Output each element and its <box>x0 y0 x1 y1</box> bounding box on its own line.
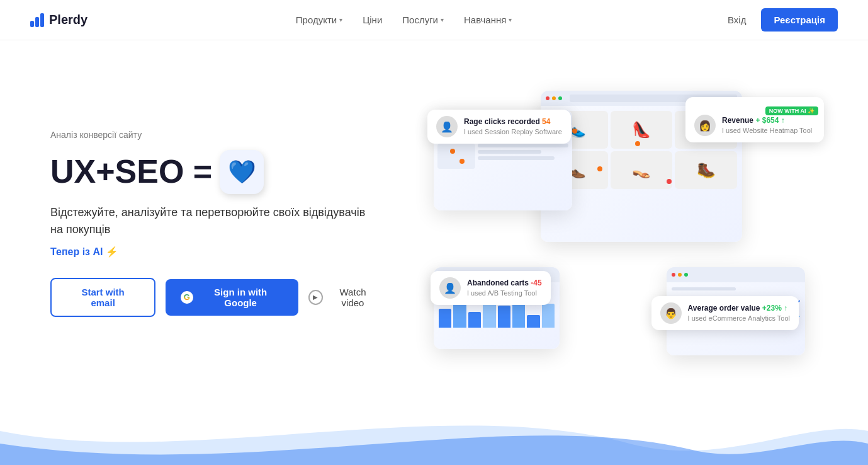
badge-abandoned-carts: 👤 Abandoned carts -45 I used A/B Testing… <box>431 271 551 305</box>
hero-buttons: Start with email G Sign in with Google ▶… <box>50 278 378 317</box>
nav-prices[interactable]: Ціни <box>363 14 382 25</box>
badge-avatar: 👨 <box>660 302 682 324</box>
start-email-button[interactable]: Start with email <box>50 278 155 317</box>
badge-avatar: 👤 <box>436 116 458 137</box>
hero-content: Аналіз конверсії сайту UX+SEO = 💙 Відсте… <box>50 130 378 317</box>
google-icon: G <box>181 291 193 304</box>
nav-actions: Вхід Реєстрація <box>720 8 838 32</box>
ai-badge: NOW WITH AI ✨ <box>765 106 818 115</box>
login-button[interactable]: Вхід <box>720 9 753 30</box>
badge-avatar: 👩 <box>694 115 716 136</box>
nav-products[interactable]: Продукти ▾ <box>296 14 342 25</box>
hero-ai-label: Тепер із AI ⚡ <box>50 246 378 258</box>
hero-description: Відстежуйте, аналізуйте та перетворюйте … <box>50 204 378 238</box>
google-signin-button[interactable]: G Sign in with Google <box>166 279 298 316</box>
nav-links: Продукти ▾ Ціни Послуги ▾ Навчання ▾ <box>296 14 512 25</box>
play-icon: ▶ <box>308 290 323 305</box>
nav-learning[interactable]: Навчання ▾ <box>464 14 512 25</box>
wave-section <box>0 393 868 465</box>
chevron-down-icon: ▾ <box>441 16 444 23</box>
hero-section: Аналіз конверсії сайту UX+SEO = 💙 Відсте… <box>0 40 868 393</box>
badge-revenue: NOW WITH AI ✨ 👩 Revenue + $654 ↑ I used … <box>685 97 824 142</box>
heart-icon: 💙 <box>220 150 264 194</box>
nav-services[interactable]: Послуги ▾ <box>402 14 444 25</box>
hero-subtitle: Аналіз конверсії сайту <box>50 130 378 140</box>
hero-screenshots: 👟 👠 🥿 👞 👡 🥾 <box>427 91 818 355</box>
watch-video-button[interactable]: ▶ Watch video <box>308 287 378 308</box>
hero-title: UX+SEO = 💙 <box>50 150 378 194</box>
logo-icon <box>30 13 44 27</box>
chevron-down-icon: ▾ <box>339 16 342 23</box>
logo-text: Plerdy <box>49 13 87 27</box>
badge-order-value: 👨 Average order value +23% ↑ I used eCom… <box>651 296 799 330</box>
logo[interactable]: Plerdy <box>30 13 87 27</box>
chevron-down-icon: ▾ <box>509 16 512 23</box>
badge-avatar: 👤 <box>439 277 461 299</box>
register-button[interactable]: Реєстрація <box>761 8 838 32</box>
navbar: Plerdy Продукти ▾ Ціни Послуги ▾ Навчанн… <box>0 0 868 40</box>
badge-rage-clicks: 👤 Rage clicks recorded 54 I used Session… <box>427 110 571 144</box>
